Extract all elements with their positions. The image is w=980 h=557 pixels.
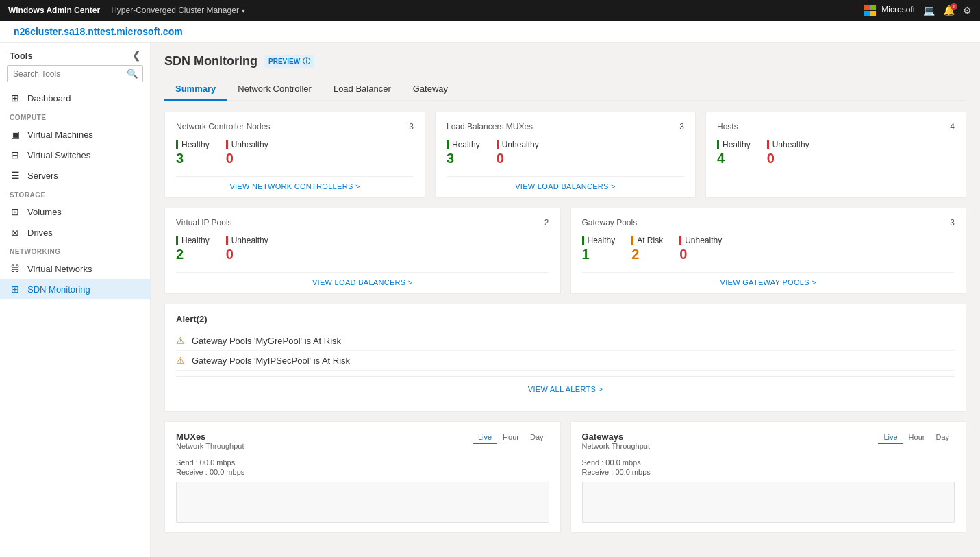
main-content: SDN Monitoring PREVIEW ⓘ Summary Network… <box>151 43 980 557</box>
notification-icon[interactable]: 🔔 1 <box>943 5 955 16</box>
tab-network-controller[interactable]: Network Controller <box>227 78 323 101</box>
cluster-header: n26cluster.sa18.nttest.microsoft.com <box>0 21 980 43</box>
unhealthy-bar <box>226 140 228 149</box>
collapse-sidebar-button[interactable]: ❮ <box>132 50 140 61</box>
topbar-right: Microsoft 💻 🔔 1 ⚙ <box>864 5 972 16</box>
search-input[interactable] <box>8 66 121 82</box>
view-load-balancers-link[interactable]: VIEW LOAD BALANCERS > <box>447 176 684 190</box>
monitor-icon[interactable]: 💻 <box>923 5 935 16</box>
time-tabs: Live Hour Day <box>878 432 955 444</box>
unhealthy-value: 0 <box>679 247 722 262</box>
sidebar-item-dashboard[interactable]: ⊞ Dashboard <box>0 88 150 108</box>
sidebar-item-label: Drives <box>27 227 53 238</box>
cluster-name: n26cluster.sa18.nttest.microsoft.com <box>14 26 183 37</box>
sidebar-item-label: Servers <box>27 171 58 181</box>
sidebar-item-label: Virtual Switches <box>27 150 90 160</box>
alerts-title: Alert(2) <box>176 314 955 324</box>
cluster-manager[interactable]: Hyper-Converged Cluster Manager ▾ <box>111 5 245 15</box>
time-tabs: Live Hour Day <box>473 432 549 444</box>
sidebar-item-virtual-networks[interactable]: ⌘ Virtual Networks <box>0 258 150 279</box>
alerts-card: Alert(2) ⚠ Gateway Pools 'MyGrePool' is … <box>164 304 966 412</box>
stat-unhealthy: Unhealthy 0 <box>497 140 539 166</box>
sidebar-item-sdn-monitoring[interactable]: ⊞ SDN Monitoring <box>0 279 150 299</box>
view-network-controllers-link[interactable]: VIEW NETWORK CONTROLLERS > <box>176 176 414 190</box>
send-stat: Send : 00.0 mbps <box>582 458 955 467</box>
throughput-title: MUXes <box>176 432 244 442</box>
search-box[interactable]: 🔍 <box>7 65 143 82</box>
sidebar-item-volumes[interactable]: ⊡ Volumes <box>0 201 150 222</box>
info-icon: ⓘ <box>303 56 310 66</box>
card-header: Virtual IP Pools 2 <box>176 218 549 227</box>
warning-icon: ⚠ <box>176 335 185 346</box>
stats-row: Healthy 1 At Risk 2 Un <box>582 236 955 262</box>
vm-icon: ▣ <box>10 129 21 140</box>
tools-label: Tools <box>10 51 33 61</box>
sidebar-tools-header: Tools ❮ <box>0 43 150 65</box>
compute-section-label: COMPUTE <box>0 108 150 124</box>
time-tab-day[interactable]: Day <box>525 432 549 444</box>
card-title: Load Balancers MUXes <box>447 122 533 132</box>
healthy-value: 3 <box>447 151 480 166</box>
card-hosts: Hosts 4 Healthy 4 Unhealthy <box>705 112 966 198</box>
stat-unhealthy: Unhealthy 0 <box>226 140 268 166</box>
sidebar-item-label: SDN Monitoring <box>27 284 90 295</box>
sidebar-item-virtual-switches[interactable]: ⊟ Virtual Switches <box>0 145 150 165</box>
sdn-icon: ⊞ <box>10 284 21 295</box>
healthy-bar <box>176 140 178 149</box>
throughput-stats: Send : 00.0 mbps Receive : 00.0 mbps <box>176 458 549 476</box>
unhealthy-value: 0 <box>497 151 539 166</box>
tab-gateway[interactable]: Gateway <box>402 78 459 101</box>
settings-icon[interactable]: ⚙ <box>963 5 972 16</box>
card-gateways-throughput: Gateways Network Throughput Live Hour Da… <box>570 421 967 533</box>
unhealthy-value: 0 <box>226 247 268 262</box>
sidebar-item-label: Virtual Networks <box>27 264 92 274</box>
network-icon: ⌘ <box>10 263 21 274</box>
card-header: Load Balancers MUXes 3 <box>447 122 684 132</box>
topbar: Windows Admin Center Hyper-Converged Clu… <box>0 0 980 21</box>
microsoft-logo: Microsoft <box>864 5 915 16</box>
card-network-controller: Network Controller Nodes 3 Healthy 3 <box>164 112 425 198</box>
app-name: Windows Admin Center <box>8 5 100 15</box>
card-title: Hosts <box>717 122 738 132</box>
stat-healthy: Healthy 3 <box>176 140 210 166</box>
sidebar: Tools ❮ 🔍 ⊞ Dashboard COMPUTE ▣ Virtual … <box>0 43 151 557</box>
unhealthy-bar <box>226 236 228 245</box>
stat-healthy: Healthy 2 <box>176 236 210 262</box>
time-tab-hour[interactable]: Hour <box>903 432 931 444</box>
unhealthy-bar <box>497 140 499 149</box>
alert-text: Gateway Pools 'MyIPSecPool' is At Risk <box>192 356 350 366</box>
tabs: Summary Network Controller Load Balancer… <box>164 78 966 101</box>
page-header: SDN Monitoring PREVIEW ⓘ <box>164 54 966 69</box>
search-icon[interactable]: 🔍 <box>121 66 143 82</box>
at-risk-value: 2 <box>631 247 663 262</box>
sidebar-item-virtual-machines[interactable]: ▣ Virtual Machines <box>0 124 150 145</box>
view-load-balancers-vip-link[interactable]: VIEW LOAD BALANCERS > <box>176 272 549 286</box>
unhealthy-value: 0 <box>226 151 268 166</box>
time-tab-live[interactable]: Live <box>878 432 903 444</box>
time-tab-day[interactable]: Day <box>930 432 955 444</box>
view-all-alerts-link[interactable]: VIEW ALL ALERTS > <box>176 376 955 401</box>
networking-section-label: NETWORKING <box>0 243 150 258</box>
healthy-bar <box>582 236 584 245</box>
view-gateway-pools-link[interactable]: VIEW GATEWAY POOLS > <box>582 272 955 286</box>
main-layout: Tools ❮ 🔍 ⊞ Dashboard COMPUTE ▣ Virtual … <box>0 43 980 557</box>
healthy-value: 2 <box>176 247 210 262</box>
healthy-value: 3 <box>176 151 210 166</box>
sidebar-item-drives[interactable]: ⊠ Drives <box>0 222 150 243</box>
throughput-header: Gateways Network Throughput Live Hour Da… <box>582 432 955 456</box>
card-count: 4 <box>950 122 955 132</box>
sidebar-item-label: Virtual Machines <box>27 129 93 140</box>
stats-row: Healthy 3 Unhealthy 0 <box>176 140 414 166</box>
time-tab-live[interactable]: Live <box>473 432 497 444</box>
unhealthy-value: 0 <box>767 151 809 166</box>
throughput-header: MUXes Network Throughput Live Hour Day <box>176 432 549 456</box>
storage-section-label: STORAGE <box>0 186 150 201</box>
card-header: Network Controller Nodes 3 <box>176 122 414 132</box>
stat-unhealthy: Unhealthy 0 <box>679 236 722 262</box>
tab-load-balancer[interactable]: Load Balancer <box>323 78 402 101</box>
time-tab-hour[interactable]: Hour <box>497 432 525 444</box>
tab-summary[interactable]: Summary <box>164 78 227 101</box>
microsoft-text: Microsoft <box>881 5 915 16</box>
sidebar-item-servers[interactable]: ☰ Servers <box>0 165 150 186</box>
healthy-value: 1 <box>582 247 616 262</box>
